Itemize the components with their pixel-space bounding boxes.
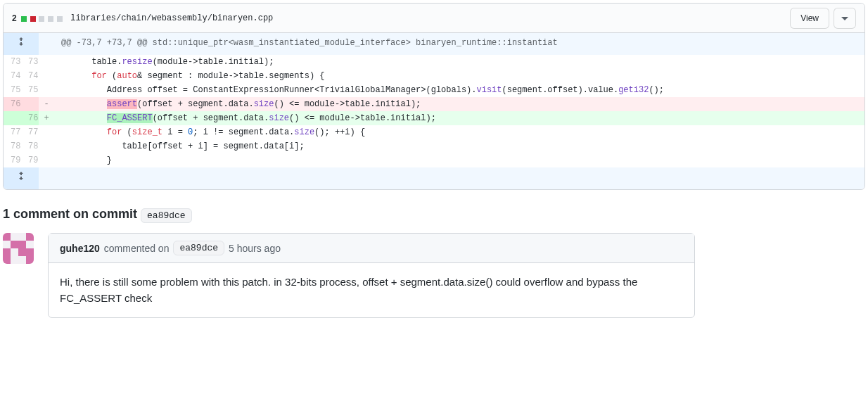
diffstat[interactable] xyxy=(21,13,64,24)
diff-line: 7575 Address offset = ConstantExpression… xyxy=(4,83,864,97)
code-content: assert(offset + segment.data.size() <= m… xyxy=(54,97,864,111)
old-line-number[interactable]: 79 xyxy=(4,153,21,167)
diff-mark xyxy=(39,125,54,139)
comment: guhe120 commented on ea89dce 5 hours ago… xyxy=(3,233,865,318)
code-content: FC_ASSERT(offset + segment.data.size() <… xyxy=(54,111,864,125)
comments-heading-text: 1 comment on commit xyxy=(3,207,137,221)
commit-sha-chip[interactable]: ea89dce xyxy=(141,208,192,223)
new-line-number[interactable]: 74 xyxy=(21,69,39,83)
old-line-number[interactable]: 75 xyxy=(4,83,21,97)
old-line-number[interactable]: 74 xyxy=(4,69,21,83)
diff-mark xyxy=(39,153,54,167)
diffstat-add-block xyxy=(21,16,27,22)
diffstat-neutral-block xyxy=(39,16,44,22)
comments-heading: 1 comment on commit ea89dce xyxy=(3,207,865,222)
diffstat-neutral-block xyxy=(57,16,63,22)
diffstat-del-block xyxy=(30,16,36,22)
diff-line: 7878 table[offset + i] = segment.data[i]… xyxy=(4,139,864,153)
diff-line: 7474 for (auto& segment : module->table.… xyxy=(4,69,864,83)
diff-mark: + xyxy=(39,111,54,125)
new-line-number[interactable]: 75 xyxy=(21,83,39,97)
hunk-header: @@ -73,7 +73,7 @@ std::unique_ptr<wasm_i… xyxy=(54,33,864,55)
comment-header: guhe120 commented on ea89dce 5 hours ago xyxy=(49,234,694,263)
diff-mark: - xyxy=(39,97,54,111)
new-line-number[interactable]: 73 xyxy=(21,55,39,69)
unfold-icon xyxy=(15,36,27,52)
diff-line: 7777 for (size_t i = 0; i != segment.dat… xyxy=(4,125,864,139)
old-line-number[interactable] xyxy=(4,111,21,125)
diff-header: 2 libraries/chain/webassembly/binaryen.c… xyxy=(4,4,864,33)
diff-mark xyxy=(39,139,54,153)
diff-line: 7373 table.resize(module->table.initial)… xyxy=(4,55,864,69)
comment-author[interactable]: guhe120 xyxy=(60,243,100,254)
new-line-number[interactable]: 79 xyxy=(21,153,39,167)
code-content: for (auto& segment : module->table.segme… xyxy=(54,69,864,83)
diff-table: @@ -73,7 +73,7 @@ std::unique_ptr<wasm_i… xyxy=(4,33,864,189)
old-line-number[interactable]: 73 xyxy=(4,55,21,69)
diff-line: 76+ FC_ASSERT(offset + segment.data.size… xyxy=(4,111,864,125)
new-line-number[interactable]: 76 xyxy=(21,111,39,125)
diff-change-count: 2 xyxy=(12,13,17,23)
old-line-number[interactable]: 76 xyxy=(4,97,21,111)
comment-time[interactable]: 5 hours ago xyxy=(229,243,281,254)
old-line-number[interactable]: 77 xyxy=(4,125,21,139)
diff-options-button[interactable] xyxy=(834,8,856,29)
unfold-icon xyxy=(15,170,27,186)
new-line-number[interactable]: 77 xyxy=(21,125,39,139)
diffstat-neutral-block xyxy=(48,16,53,22)
diff-mark xyxy=(39,55,54,69)
comment-body: Hi, there is still some problem with thi… xyxy=(49,263,694,317)
diff-line: 7979 } xyxy=(4,153,864,167)
file-path[interactable]: libraries/chain/webassembly/binaryen.cpp xyxy=(70,13,273,23)
chevron-down-icon xyxy=(841,17,848,21)
expand-hunk-button[interactable] xyxy=(4,33,39,55)
new-line-number[interactable]: 78 xyxy=(21,139,39,153)
code-content: Address offset = ConstantExpressionRunne… xyxy=(54,83,864,97)
hunk-mark xyxy=(39,33,54,55)
avatar[interactable] xyxy=(3,233,34,264)
comment-sha[interactable]: ea89dce xyxy=(173,241,224,255)
diff-line: 76- assert(offset + segment.data.size() … xyxy=(4,97,864,111)
comment-action: commented on xyxy=(104,243,170,254)
view-button[interactable]: View xyxy=(790,8,829,29)
old-line-number[interactable]: 78 xyxy=(4,139,21,153)
diff-mark xyxy=(39,69,54,83)
diff-mark xyxy=(39,83,54,97)
code-content: for (size_t i = 0; i != segment.data.siz… xyxy=(54,125,864,139)
new-line-number[interactable] xyxy=(21,97,39,111)
expand-hunk-button[interactable] xyxy=(4,167,39,189)
diff-file: 2 libraries/chain/webassembly/binaryen.c… xyxy=(3,3,865,190)
comment-box: guhe120 commented on ea89dce 5 hours ago… xyxy=(48,233,695,318)
code-content: table.resize(module->table.initial); xyxy=(54,55,864,69)
code-content: table[offset + i] = segment.data[i]; xyxy=(54,139,864,153)
code-content: } xyxy=(54,153,864,167)
